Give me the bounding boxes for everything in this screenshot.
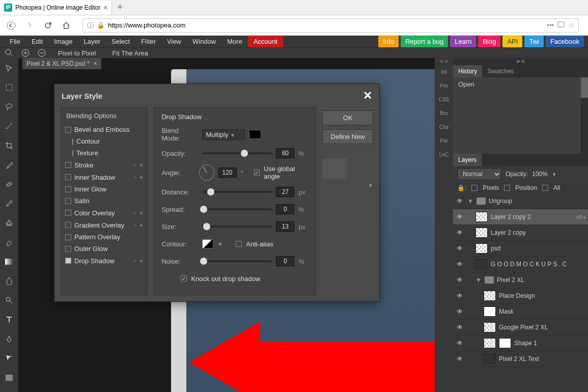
fit-area-button[interactable]: Fit The Area [112, 49, 148, 57]
close-icon[interactable]: × [94, 60, 97, 67]
type-tool-icon[interactable] [2, 313, 16, 327]
strip-cha[interactable]: Cha [435, 120, 453, 134]
chevron-down-icon[interactable]: ▼ [552, 172, 557, 177]
url-bar[interactable]: ⓘ 🔒 https://www.photopea.com ••• ☆ [82, 18, 579, 33]
updown-icon[interactable]: ↕ [134, 162, 136, 167]
opacity-slider[interactable] [202, 152, 272, 154]
style-checkbox[interactable] [65, 198, 71, 204]
style-checkbox[interactable] [65, 174, 71, 180]
strip-pro[interactable]: Pro [435, 79, 453, 93]
size-input[interactable] [276, 221, 294, 232]
spread-slider[interactable] [202, 208, 272, 210]
distance-slider[interactable] [202, 191, 272, 193]
eye-icon[interactable]: 👁 [455, 213, 464, 220]
chevron-down-icon[interactable]: ▼ [467, 198, 473, 205]
contour-swatch[interactable] [202, 239, 213, 248]
layer-row[interactable]: 👁 Google Pixel 2 XL [453, 320, 588, 335]
layer-row[interactable]: 👁 Layer 2 copy 2 eff ▸ [453, 209, 588, 225]
style-item[interactable]: Contour [61, 135, 76, 147]
style-item[interactable]: Bevel and Emboss [61, 124, 147, 135]
eyedropper-tool-icon[interactable] [2, 158, 16, 172]
style-item[interactable]: Satin [61, 195, 147, 207]
zoom-out-icon[interactable] [37, 48, 47, 58]
plus-icon[interactable]: + [139, 209, 143, 217]
updown-icon[interactable]: ↕ [134, 175, 136, 180]
menu-select[interactable]: Select [106, 36, 135, 47]
layer-row[interactable]: 👁 ▼ Ungroup [453, 193, 588, 209]
eye-icon[interactable]: 👁 [455, 340, 464, 347]
menu-filter[interactable]: Filter [135, 36, 161, 47]
menu-edit[interactable]: Edit [26, 36, 48, 47]
noise-input[interactable] [276, 256, 294, 266]
zoom-tool-icon[interactable] [4, 48, 14, 58]
blur-tool-icon[interactable] [2, 274, 16, 288]
updown-icon[interactable]: ↕ [134, 222, 136, 228]
learn-button[interactable]: Learn [450, 36, 476, 47]
plus-icon[interactable]: + [139, 257, 143, 265]
marquee-tool-icon[interactable] [2, 80, 16, 95]
style-item[interactable]: Outer Glow [61, 243, 147, 255]
spread-input[interactable] [276, 204, 294, 214]
antialias-checkbox[interactable] [236, 241, 242, 247]
blend-mode-select[interactable]: Normal [457, 168, 501, 180]
menu-image[interactable]: Image [48, 36, 78, 47]
close-icon[interactable]: × [103, 4, 107, 12]
pixel-to-pixel-button[interactable]: Pixel to Pixel [58, 49, 96, 57]
expand-icon[interactable]: < > [435, 58, 453, 65]
zoom-in-icon[interactable] [20, 48, 31, 58]
scrollbar[interactable] [581, 77, 588, 154]
global-angle-checkbox[interactable] [254, 170, 260, 176]
info-icon[interactable]: ⓘ [87, 21, 94, 30]
opacity-input[interactable] [276, 148, 294, 158]
noise-slider[interactable] [202, 260, 272, 262]
menu-window[interactable]: Window [187, 36, 221, 47]
style-checkbox[interactable] [65, 127, 71, 133]
shield-icon[interactable] [557, 20, 565, 30]
browser-tab[interactable]: lP Photopea | Online Image Editor × [0, 1, 112, 15]
eye-icon[interactable]: 👁 [455, 245, 464, 252]
pen-tool-icon[interactable] [2, 332, 16, 346]
tab-history[interactable]: History [453, 65, 482, 77]
style-checkbox[interactable] [65, 222, 71, 228]
crop-tool-icon[interactable] [2, 138, 16, 153]
layer-row[interactable]: 👁 ▼ Pixel 2 XL [453, 272, 588, 288]
plus-icon[interactable]: + [139, 221, 143, 229]
style-checkbox[interactable] [65, 210, 71, 216]
menu-file[interactable]: File [4, 36, 26, 47]
angle-input[interactable] [218, 167, 237, 178]
chevron-down-icon[interactable]: ▼ [475, 276, 482, 284]
move-tool-icon[interactable] [2, 61, 16, 75]
lock-position-checkbox[interactable] [504, 185, 510, 191]
tab-layers[interactable]: Layers [453, 154, 482, 166]
style-item[interactable]: Texture [61, 147, 76, 159]
eye-icon[interactable]: 👁 [455, 261, 464, 268]
strip-par[interactable]: Par [435, 134, 453, 148]
lock-all-checkbox[interactable] [542, 185, 548, 191]
eraser-tool-icon[interactable] [2, 235, 16, 249]
layer-row[interactable]: 👁 Mask [453, 304, 588, 320]
tab-swatches[interactable]: Swatches [482, 65, 519, 77]
angle-dial[interactable] [199, 164, 214, 181]
eye-icon[interactable]: 👁 [455, 308, 464, 315]
eye-icon[interactable]: 👁 [455, 276, 464, 284]
stamp-tool-icon[interactable] [2, 216, 16, 230]
style-item[interactable]: Drop Shadow ↕ + [61, 255, 147, 267]
dodge-tool-icon[interactable] [2, 293, 16, 307]
hand-tool-icon[interactable] [2, 390, 16, 392]
menu-layer[interactable]: Layer [78, 36, 106, 47]
style-checkbox[interactable] [65, 186, 71, 192]
info-button[interactable]: Info [378, 36, 399, 47]
layer-row[interactable]: 👁 psd [453, 241, 588, 257]
heal-tool-icon[interactable] [2, 177, 16, 191]
menu-more[interactable]: More [221, 36, 248, 47]
bookmark-icon[interactable]: ☆ [568, 21, 574, 29]
lock-pixels-checkbox[interactable] [471, 185, 478, 191]
home-icon[interactable] [60, 19, 72, 32]
collapse-icon[interactable]: > < [453, 58, 588, 65]
style-checkbox[interactable] [65, 234, 71, 240]
eye-icon[interactable]: 👁 [455, 229, 464, 236]
plus-icon[interactable]: + [139, 173, 143, 181]
style-item[interactable]: Color Overlay ↕ + [61, 207, 147, 219]
eye-icon[interactable]: 👁 [455, 324, 464, 331]
style-item[interactable]: Pattern Overlay [61, 231, 147, 243]
